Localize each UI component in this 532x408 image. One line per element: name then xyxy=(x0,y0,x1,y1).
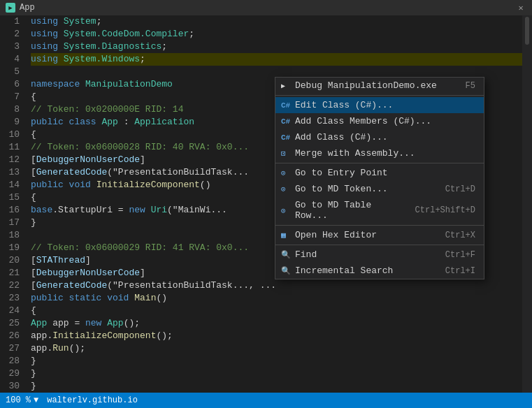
menu-shortcut-md-token: Ctrl+D xyxy=(445,184,475,194)
line-number: 18 xyxy=(0,229,20,242)
menu-shortcut-find: Ctrl+F xyxy=(445,250,475,260)
line-number: 6 xyxy=(0,78,20,91)
code-token: using xyxy=(31,41,64,52)
menu-item-add-class[interactable]: C#Add Class (C#)... xyxy=(275,129,484,145)
code-token: InitializeComponent xyxy=(52,330,156,341)
code-token: { xyxy=(31,305,36,316)
close-icon[interactable]: ✕ xyxy=(515,2,526,13)
code-line: app.InitializeComponent(); xyxy=(31,330,522,342)
code-token: Uri xyxy=(151,205,167,215)
menu-item-entry-point[interactable]: ⊙Go to Entry Point xyxy=(275,165,484,181)
code-token: GeneratedCode xyxy=(36,280,107,291)
code-line: App app = new App(); xyxy=(31,317,522,330)
line-number: 19 xyxy=(0,242,20,254)
line-number: 16 xyxy=(0,204,20,217)
line-number: 21 xyxy=(0,267,20,279)
menu-separator xyxy=(275,245,484,245)
menu-label-edit-class: Edit Class (C#)... xyxy=(295,100,475,110)
code-line: { xyxy=(31,305,522,317)
menu-icon-debug: ▶ xyxy=(281,82,295,90)
menu-icon-incremental: 🔍 xyxy=(281,266,295,275)
code-token: ] xyxy=(140,268,145,278)
code-token: STAThread xyxy=(36,255,85,265)
status-website: walterlv.github.io xyxy=(47,395,138,405)
code-token: { xyxy=(31,92,36,102)
menu-item-find[interactable]: 🔍FindCtrl+F xyxy=(275,247,484,263)
code-token: : xyxy=(118,117,134,127)
line-number: 13 xyxy=(0,166,20,179)
code-line: [GeneratedCode("PresentationBuildTask...… xyxy=(31,279,522,292)
menu-item-merge[interactable]: ⊡Merge with Assembly... xyxy=(275,145,484,161)
code-token: System.Windows xyxy=(64,54,140,64)
scrollbar[interactable] xyxy=(522,15,532,393)
menu-label-hex-editor: Open Hex Editor xyxy=(295,230,434,240)
scrollbar-thumb[interactable] xyxy=(525,17,529,45)
menu-label-md-table: Go to MD Table Row... xyxy=(295,200,404,221)
menu-item-hex-editor[interactable]: ▦Open Hex EditorCtrl+X xyxy=(275,227,484,243)
line-number: 28 xyxy=(0,355,20,367)
code-token: (); xyxy=(124,318,140,328)
code-token: // Token: 0x06000029 RID: 41 RVA: 0x0... xyxy=(31,242,249,253)
menu-icon-md-table: ⊙ xyxy=(281,206,295,215)
code-line: } xyxy=(31,355,522,367)
status-bar: 100 % ▼ walterlv.github.io xyxy=(0,393,532,408)
line-number: 27 xyxy=(0,342,20,355)
code-line: using System.Diagnostics; xyxy=(31,41,522,53)
line-number: 20 xyxy=(0,254,20,267)
code-token: using xyxy=(31,29,64,39)
menu-label-add-members: Add Class Members (C#)... xyxy=(295,116,475,126)
code-line: app.Run(); xyxy=(31,342,522,355)
code-line: } xyxy=(31,380,522,393)
line-number: 3 xyxy=(0,41,20,53)
menu-icon-hex-editor: ▦ xyxy=(281,231,295,240)
menu-label-find: Find xyxy=(295,249,434,260)
code-token: class xyxy=(69,117,102,127)
menu-label-md-token: Go to MD Token... xyxy=(295,184,434,194)
line-number: 7 xyxy=(0,91,20,103)
code-token: ; xyxy=(96,16,102,27)
line-number: 5 xyxy=(0,66,20,78)
code-token: public xyxy=(31,293,69,303)
code-token: using xyxy=(31,54,64,64)
code-token: } xyxy=(31,368,36,379)
editor-container: 1234567891011121314151617181920212223242… xyxy=(0,15,532,393)
line-number: 10 xyxy=(0,129,20,141)
menu-separator xyxy=(275,95,484,96)
menu-item-add-members[interactable]: C#Add Class Members (C#)... xyxy=(275,113,484,129)
menu-item-debug[interactable]: ▶Debug ManipulationDemo.exeF5 xyxy=(275,78,484,94)
line-number: 29 xyxy=(0,367,20,380)
code-token: namespace xyxy=(31,79,85,89)
line-number: 30 xyxy=(0,380,20,393)
menu-label-add-class: Add Class (C#)... xyxy=(295,132,475,143)
code-line: } xyxy=(31,367,522,380)
status-zoom: 100 % ▼ xyxy=(6,395,38,405)
menu-item-md-token[interactable]: ⊙Go to MD Token...Ctrl+D xyxy=(275,181,484,197)
menu-icon-entry-point: ⊙ xyxy=(281,168,295,177)
code-token: InitializeComponent xyxy=(96,180,200,190)
code-token: DebuggerNonUserCode xyxy=(36,268,140,278)
zoom-dropdown-icon[interactable]: ▼ xyxy=(34,395,38,405)
menu-shortcut-incremental: Ctrl+I xyxy=(445,266,475,276)
menu-shortcut-md-table: Ctrl+Shift+D xyxy=(415,205,475,215)
code-line: public static void Main() xyxy=(31,292,522,305)
code-token: System.CodeDom.Compiler xyxy=(64,29,189,39)
menu-item-md-table[interactable]: ⊙Go to MD Table Row...Ctrl+Shift+D xyxy=(275,197,484,224)
line-number: 4 xyxy=(0,53,20,66)
code-token: () xyxy=(200,180,211,190)
code-token: app = xyxy=(47,318,85,328)
menu-label-entry-point: Go to Entry Point xyxy=(295,168,475,178)
code-token: } xyxy=(31,356,36,366)
line-number: 2 xyxy=(0,28,20,41)
code-token: ManipulationDemo xyxy=(85,79,173,89)
code-token: ("MainWi... xyxy=(167,205,227,215)
line-number: 26 xyxy=(0,330,20,342)
menu-item-edit-class[interactable]: C#Edit Class (C#)... xyxy=(275,97,484,113)
menu-separator xyxy=(275,163,484,163)
title-bar-title: App xyxy=(20,3,515,13)
code-line: using System; xyxy=(31,15,522,28)
menu-item-incremental[interactable]: 🔍Incremental SearchCtrl+I xyxy=(275,263,484,279)
code-token: ; xyxy=(189,29,194,39)
code-token: .StartupUri = xyxy=(52,205,129,215)
code-token: [ xyxy=(31,255,36,265)
code-token: System xyxy=(64,16,96,27)
